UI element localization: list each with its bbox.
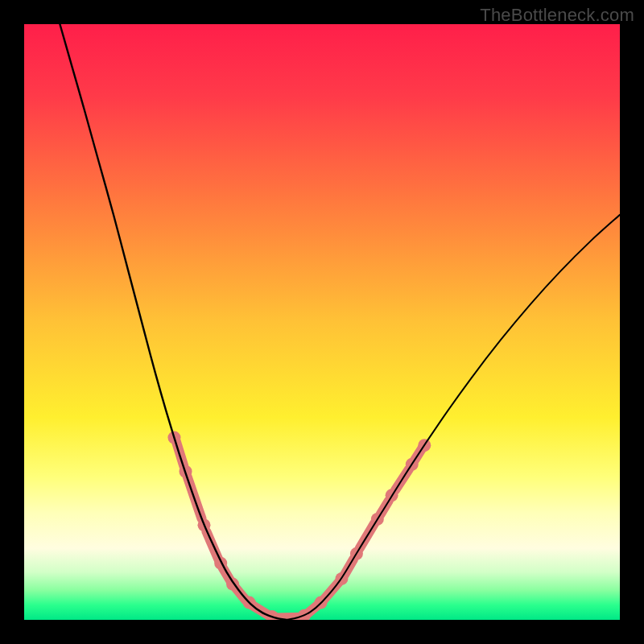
plot-area	[24, 24, 620, 620]
bottleneck-curve	[60, 24, 620, 620]
watermark-label: TheBottleneck.com	[480, 5, 634, 26]
curve-layer	[24, 24, 620, 620]
dot-markers	[167, 431, 431, 620]
svg-line-4	[222, 568, 230, 580]
marker-segments	[176, 441, 423, 617]
chart-frame: TheBottleneck.com	[0, 0, 644, 644]
